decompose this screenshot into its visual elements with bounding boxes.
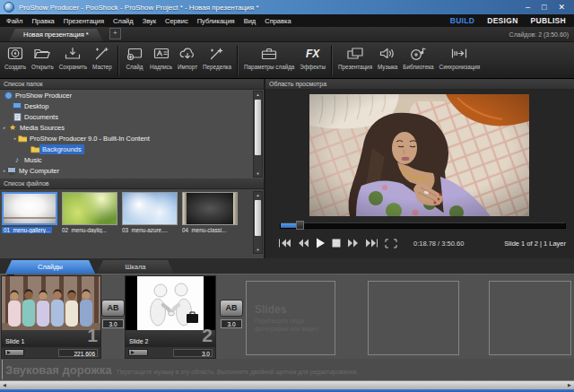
toolbar-button-library[interactable]: Библиотека: [400, 45, 436, 70]
transition-ab-button[interactable]: AB: [220, 300, 243, 317]
skip-end-button[interactable]: [365, 239, 378, 248]
desktop-icon: [13, 102, 22, 110]
scroll-up-icon[interactable]: ▲: [254, 193, 262, 197]
menu-view[interactable]: Вид: [244, 17, 257, 25]
transition-ab-button[interactable]: AB: [101, 300, 125, 317]
file-item-4[interactable]: 04_menu-classi...: [182, 192, 238, 233]
toolbar-button-music[interactable]: Музыка: [375, 45, 400, 70]
toolbar-button-save[interactable]: Сохранить: [57, 45, 90, 70]
slide-2-cell[interactable]: Slide 2 2 3.0: [126, 276, 215, 358]
show-tab[interactable]: Новая презентация *: [9, 29, 103, 41]
remix-wand-icon: [207, 45, 227, 62]
scrollbar-thumb[interactable]: [255, 100, 261, 155]
media-library-icon: [408, 45, 428, 62]
file-name: 03_menu-azure....: [122, 227, 178, 233]
fast-forward-button[interactable]: [347, 239, 359, 248]
toolbar-button-sync[interactable]: Синхронизация: [437, 45, 483, 70]
title-bar: ProShow Producer - PooShock - ProShow Pr…: [0, 0, 574, 14]
slide-controls: 3.0: [126, 347, 215, 358]
main-area: Список папок ProShow Producer Desktop Do…: [0, 79, 574, 258]
file-item-1[interactable]: 01_menu-gallery...: [2, 192, 57, 233]
maximize-button[interactable]: □: [542, 1, 546, 13]
save-icon: [63, 45, 83, 62]
tree-item-music[interactable]: ♪ Music: [0, 154, 264, 165]
file-list-scrollbar[interactable]: ▲ ▼: [253, 191, 263, 254]
stop-button[interactable]: [332, 239, 341, 248]
seek-bar[interactable]: [280, 222, 566, 229]
file-item-2[interactable]: 02_menu-daylig...: [62, 192, 117, 233]
dropzone-hint: Перетащите сюда: [255, 318, 335, 324]
soundtrack-area[interactable]: Звуковая дорожка Перетащите музыку в эту…: [0, 359, 574, 380]
toolbar-button-slide-options[interactable]: Параметры слайда: [241, 45, 297, 70]
menu-show[interactable]: Презентация: [64, 17, 104, 25]
toolbar-button-create[interactable]: Создать: [2, 45, 29, 70]
close-button[interactable]: ✕: [558, 1, 565, 13]
tree-item-proshow-producer[interactable]: ProShow Producer: [0, 90, 264, 100]
slide-label-bar: Slide 2 2: [126, 330, 215, 347]
skip-start-button[interactable]: [278, 239, 291, 248]
horizontal-scrollbar[interactable]: ◀ ▶: [0, 380, 574, 389]
scroll-right-icon[interactable]: ▶: [565, 381, 574, 389]
mode-design[interactable]: DESIGN: [487, 16, 517, 25]
toolbar-button-show-options[interactable]: Презентация: [335, 45, 375, 70]
file-thumbnail: [2, 192, 57, 225]
mode-publish[interactable]: PUBLISH: [531, 16, 566, 25]
menu-slide[interactable]: Слайд: [113, 17, 134, 25]
tree-item-builtin-content[interactable]: ▸ ProShow Producer 9.0 - Built-In Conten…: [0, 133, 264, 144]
menu-file[interactable]: Файл: [6, 17, 22, 25]
tree-item-media-sources[interactable]: ▸ ★ Media Sources: [0, 122, 264, 133]
tree-item-documents[interactable]: Documents: [0, 111, 264, 122]
app-window: ProShow Producer - PooShock - ProShow Pr…: [0, 0, 574, 392]
scroll-down-icon[interactable]: ▼: [254, 171, 262, 176]
slide-play-button[interactable]: [128, 349, 148, 356]
tree-item-desktop[interactable]: Desktop: [0, 100, 264, 111]
toolbar-button-wizard[interactable]: Мастер: [90, 45, 115, 70]
toolbar-button-effects[interactable]: FX Эффекты: [297, 45, 328, 70]
tree-label: Desktop: [22, 101, 52, 111]
toolbar-button-open[interactable]: Открыть: [29, 45, 57, 70]
scrollbar-thumb[interactable]: [255, 200, 261, 236]
scroll-up-icon[interactable]: ▲: [254, 92, 262, 97]
transition-duration-field[interactable]: 3.0: [102, 319, 124, 328]
menu-publish[interactable]: Публикация: [197, 17, 235, 25]
scroll-left-icon[interactable]: ◀: [0, 381, 9, 389]
tree-label: ProShow Producer 9.0 - Built-In Content: [27, 134, 152, 144]
rewind-button[interactable]: [298, 239, 309, 248]
preview-video[interactable]: [309, 94, 529, 216]
slide-duration-field[interactable]: 3.0: [173, 349, 213, 357]
main-toolbar: Создать Открыть Сохранить Мастер Слайд Н…: [0, 42, 574, 79]
new-tab-button[interactable]: +: [109, 28, 121, 39]
minimize-button[interactable]: –: [526, 1, 530, 13]
menu-tools[interactable]: Сервис: [165, 17, 188, 25]
tree-item-backgrounds[interactable]: Backgrounds: [0, 144, 264, 154]
soundtrack-hint: Перетащите музыку в эту область. Выполни…: [117, 369, 358, 375]
empty-slide-dropzone-1[interactable]: Slides Перетащите сюда фотографии или ви…: [246, 281, 335, 355]
fullscreen-button[interactable]: [385, 239, 397, 248]
tab-timeline[interactable]: Шкала: [97, 260, 174, 274]
folder-tree-scrollbar[interactable]: ▲ ▼: [253, 91, 263, 178]
slide-1-cell[interactable]: Slide 1 1 221.606: [2, 276, 100, 358]
scroll-down-icon[interactable]: ▼: [254, 248, 262, 252]
tree-label: My Computer: [16, 166, 62, 176]
empty-slide-dropzone-3[interactable]: [489, 281, 571, 355]
folder-icon: [18, 135, 27, 143]
menu-help[interactable]: Справка: [265, 17, 291, 25]
transition-duration-field[interactable]: 3.0: [221, 319, 242, 328]
toolbar-button-add-slide[interactable]: Слайд: [122, 45, 147, 70]
mode-build[interactable]: BUILD: [450, 16, 474, 25]
seek-handle[interactable]: [296, 221, 304, 230]
menu-edit[interactable]: Правка: [31, 17, 54, 25]
toolbar-button-import[interactable]: Импорт: [175, 45, 200, 70]
menu-audio[interactable]: Звук: [143, 17, 156, 25]
slide-play-button[interactable]: [4, 349, 24, 356]
slide-duration-field[interactable]: 221.606: [58, 349, 98, 357]
toolbar-button-remix[interactable]: Переделка: [200, 45, 234, 70]
file-item-3[interactable]: 03_menu-azure....: [122, 192, 178, 233]
toolbar-button-caption[interactable]: Надпись: [147, 45, 175, 70]
preview-body: 0:18.78 / 3:50.60 Slide 1 of 2 | 1 Layer: [265, 90, 574, 258]
empty-slide-dropzone-2[interactable]: [368, 281, 459, 355]
play-button[interactable]: [316, 238, 326, 248]
expand-arrow-icon[interactable]: ▸: [2, 125, 7, 130]
tree-item-my-computer[interactable]: ▸ My Computer: [0, 165, 264, 176]
tab-slides[interactable]: Слайды: [5, 260, 95, 274]
